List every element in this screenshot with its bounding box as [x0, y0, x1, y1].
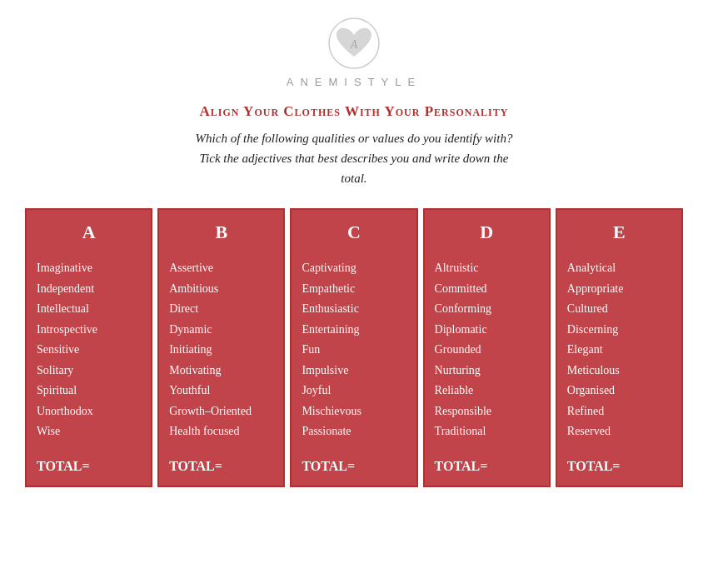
- list-item: Independent: [37, 279, 141, 300]
- column-d: DAltruisticCommittedConformingDiplomatic…: [423, 208, 551, 487]
- col-header-b: B: [169, 222, 273, 243]
- intro-title: Align Your Clothes With Your Personality: [121, 103, 587, 120]
- col-header-e: E: [567, 222, 671, 243]
- list-item: Analytical: [567, 258, 671, 279]
- list-item: Mischievous: [302, 401, 406, 422]
- list-item: Passionate: [302, 421, 406, 442]
- list-item: Spiritual: [37, 381, 141, 401]
- list-item: Elegant: [567, 340, 671, 361]
- list-item: Entertaining: [302, 320, 406, 341]
- list-item: Fun: [302, 340, 406, 361]
- list-item: Health focused: [169, 421, 273, 442]
- personality-grid: AImaginativeIndependentIntellectualIntro…: [25, 208, 683, 487]
- col-header-d: D: [435, 222, 539, 243]
- list-item: Traditional: [435, 421, 539, 442]
- list-item: Solitary: [37, 361, 141, 381]
- list-item: Conforming: [435, 299, 539, 320]
- col-header-c: C: [302, 222, 406, 243]
- column-e: EAnalyticalAppropriateCulturedDiscerning…: [556, 208, 683, 487]
- list-item: Reserved: [567, 421, 671, 442]
- col-total-a: TOTAL=: [37, 459, 141, 474]
- list-item: Introspective: [37, 320, 141, 341]
- logo-icon: A: [325, 17, 383, 71]
- list-item: Refined: [567, 401, 671, 422]
- list-item: Assertive: [169, 258, 273, 279]
- header: A ANEMISTYLE: [25, 17, 683, 88]
- col-total-d: TOTAL=: [435, 459, 539, 474]
- list-item: Appropriate: [567, 279, 671, 300]
- list-item: Youthful: [169, 381, 273, 401]
- col-total-c: TOTAL=: [302, 459, 406, 474]
- list-item: Intellectual: [37, 299, 141, 320]
- list-item: Captivating: [302, 258, 406, 279]
- brand-name: ANEMISTYLE: [25, 76, 683, 88]
- column-a: AImaginativeIndependentIntellectualIntro…: [25, 208, 152, 487]
- intro-section: Align Your Clothes With Your Personality…: [121, 103, 587, 188]
- list-item: Discerning: [567, 320, 671, 341]
- list-item: Committed: [435, 279, 539, 300]
- list-item: Initiating: [169, 340, 273, 361]
- list-item: Grounded: [435, 340, 539, 361]
- list-item: Enthusiastic: [302, 299, 406, 320]
- list-item: Direct: [169, 299, 273, 320]
- list-item: Motivating: [169, 361, 273, 381]
- col-header-a: A: [37, 222, 141, 243]
- col-total-b: TOTAL=: [169, 459, 273, 474]
- list-item: Meticulous: [567, 361, 671, 381]
- list-item: Cultured: [567, 299, 671, 320]
- intro-body: Which of the following qualities or valu…: [121, 128, 587, 188]
- list-item: Growth–Oriented: [169, 401, 273, 422]
- list-item: Dynamic: [169, 320, 273, 341]
- list-item: Joyful: [302, 381, 406, 401]
- list-item: Altruistic: [435, 258, 539, 279]
- list-item: Diplomatic: [435, 320, 539, 341]
- list-item: Nurturing: [435, 361, 539, 381]
- col-total-e: TOTAL=: [567, 459, 671, 474]
- list-item: Responsible: [435, 401, 539, 422]
- list-item: Sensitive: [37, 340, 141, 361]
- list-item: Organised: [567, 381, 671, 401]
- column-c: CCaptivatingEmpatheticEnthusiasticEntert…: [290, 208, 417, 487]
- list-item: Empathetic: [302, 279, 406, 300]
- list-item: Wise: [37, 421, 141, 442]
- svg-text:A: A: [350, 38, 358, 51]
- column-b: BAssertiveAmbitiousDirectDynamicInitiati…: [157, 208, 285, 487]
- list-item: Unorthodox: [37, 401, 141, 422]
- list-item: Imaginative: [37, 258, 141, 279]
- list-item: Ambitious: [169, 279, 273, 300]
- list-item: Impulsive: [302, 361, 406, 381]
- list-item: Reliable: [435, 381, 539, 401]
